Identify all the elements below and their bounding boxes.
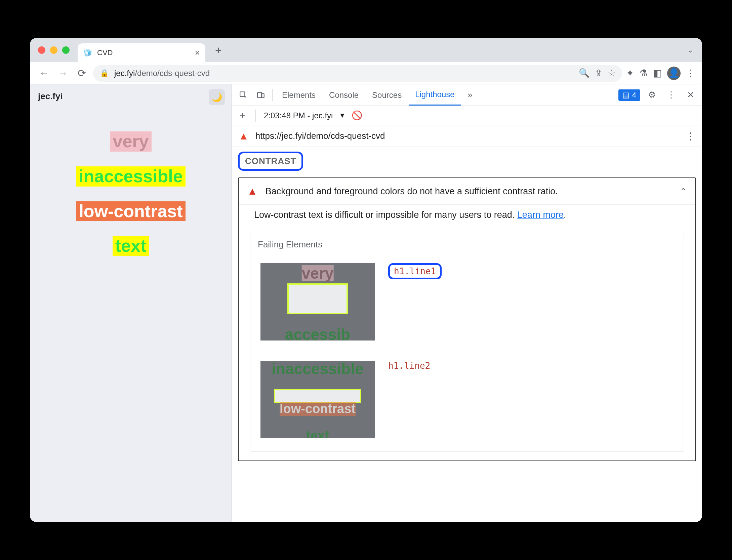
issues-badge[interactable]: ▤ 4: [618, 89, 640, 101]
devtools-panel: Elements Console Sources Lighthouse » ▤ …: [232, 84, 702, 522]
tab-sources[interactable]: Sources: [366, 84, 408, 106]
maximize-window-button[interactable]: [62, 46, 70, 54]
browser-toolbar: ← → ⟳ 🔒 jec.fyi/demo/cds-quest-cvd 🔍 ⇪ ☆…: [30, 62, 702, 84]
url-path: /demo/cds-quest-cvd: [135, 69, 210, 78]
extension-icons: ✦ ⚗ ◧ 👤 ⋮: [626, 67, 695, 80]
report-selector[interactable]: 2:03:48 PM - jec.fyi ▼: [264, 111, 345, 120]
lock-icon: 🔒: [100, 69, 109, 78]
browser-window: 🧊 CVD × + ⌄ ← → ⟳ 🔒 jec.fyi/demo/cds-que…: [30, 38, 702, 522]
favicon-icon: 🧊: [83, 48, 92, 57]
lighthouse-url: https://jec.fyi/demo/cds-quest-cvd: [255, 131, 385, 141]
element-selector: h1.line1: [388, 263, 442, 279]
failing-element-row[interactable]: inaccessible low-contrast text h1.line2: [258, 356, 676, 443]
close-tab-button[interactable]: ×: [195, 48, 200, 58]
tabs-overflow-button[interactable]: ⌄: [687, 46, 693, 54]
main-area: jec.fyi 🌙 very inaccessible low-contrast…: [30, 84, 702, 522]
lighthouse-subbar: ＋ 2:03:48 PM - jec.fyi ▼ 🚫: [232, 106, 702, 125]
device-toolbar-button[interactable]: [253, 87, 269, 103]
issues-count: 4: [632, 91, 636, 99]
audit-description: Low-contrast text is difficult or imposs…: [239, 204, 695, 230]
side-panel-icon[interactable]: ◧: [653, 68, 662, 79]
devtools-tabbar: Elements Console Sources Lighthouse » ▤ …: [232, 84, 702, 106]
element-thumbnail: very accessib: [260, 263, 375, 341]
chevron-down-icon: ▼: [339, 112, 345, 119]
demo-line-1: very: [110, 131, 152, 152]
browser-tab[interactable]: 🧊 CVD ×: [78, 43, 205, 62]
element-thumbnail: inaccessible low-contrast text: [260, 361, 375, 438]
site-name: jec.fyi: [38, 91, 63, 102]
tab-elements[interactable]: Elements: [276, 84, 322, 106]
demo-line-4: text: [113, 236, 149, 256]
address-bar[interactable]: 🔒 jec.fyi/demo/cds-quest-cvd 🔍 ⇪ ☆: [93, 65, 622, 82]
lighthouse-icon: ▲: [239, 130, 249, 142]
url-host: jec.fyi: [114, 69, 135, 78]
audit-header[interactable]: ▲ Background and foreground colors do no…: [239, 178, 695, 204]
failing-element-row[interactable]: very accessib h1.line1: [258, 258, 676, 345]
collapse-icon: ⌃: [680, 187, 687, 196]
learn-more-link[interactable]: Learn more: [517, 210, 564, 220]
warning-icon: ▲: [247, 186, 257, 197]
page-viewport: jec.fyi 🌙 very inaccessible low-contrast…: [30, 84, 232, 522]
close-window-button[interactable]: [38, 46, 45, 54]
settings-icon[interactable]: ⚙: [644, 87, 660, 103]
lighthouse-body: CONTRAST ▲ Background and foreground col…: [232, 147, 702, 522]
window-controls: [38, 46, 70, 54]
tab-lighthouse[interactable]: Lighthouse: [409, 84, 460, 106]
section-contrast-label: CONTRAST: [238, 152, 303, 171]
new-tab-button[interactable]: +: [211, 42, 226, 58]
tab-console[interactable]: Console: [323, 84, 365, 106]
inspect-element-button[interactable]: [235, 87, 251, 103]
extensions-icon[interactable]: ✦: [626, 68, 634, 79]
back-button[interactable]: ←: [37, 66, 51, 81]
audit-card: ▲ Background and foreground colors do no…: [238, 177, 696, 461]
chat-icon: ▤: [622, 91, 629, 99]
audit-title: Background and foreground colors do not …: [266, 186, 558, 197]
devtools-menu-icon[interactable]: ⋮: [663, 87, 679, 103]
more-tabs-button[interactable]: »: [462, 87, 478, 103]
lighthouse-url-row: ▲ https://jec.fyi/demo/cds-quest-cvd ⋮: [232, 125, 702, 147]
lighthouse-report-menu[interactable]: ⋮: [685, 130, 695, 142]
failing-elements-box: Failing Elements very accessib h1.line1: [250, 233, 684, 452]
demo-line-2: inaccessible: [76, 166, 185, 187]
tab-strip: 🧊 CVD × + ⌄: [30, 38, 702, 62]
omnibox-actions: 🔍 ⇪ ☆: [579, 68, 615, 78]
audit-description-text: Low-contrast text is difficult or imposs…: [254, 210, 517, 220]
close-devtools-button[interactable]: ✕: [683, 87, 699, 103]
element-selector: h1.line2: [388, 361, 430, 371]
bookmark-icon[interactable]: ☆: [608, 68, 615, 78]
report-selector-label: 2:03:48 PM - jec.fyi: [264, 111, 333, 120]
clear-reports-button[interactable]: 🚫: [352, 110, 362, 121]
demo-text-stack: very inaccessible low-contrast text: [37, 131, 225, 256]
new-report-button[interactable]: ＋: [237, 109, 247, 122]
profile-avatar[interactable]: 👤: [667, 67, 681, 80]
tab-title: CVD: [97, 48, 190, 57]
minimize-window-button[interactable]: [50, 46, 57, 54]
share-icon[interactable]: ⇪: [595, 68, 602, 78]
chrome-menu-icon[interactable]: ⋮: [686, 68, 695, 79]
demo-line-3: low-contrast: [76, 201, 185, 222]
reload-button[interactable]: ⟳: [74, 66, 89, 81]
theme-toggle-button[interactable]: 🌙: [209, 89, 225, 105]
forward-button[interactable]: →: [55, 66, 70, 81]
failing-elements-title: Failing Elements: [258, 239, 676, 250]
labs-icon[interactable]: ⚗: [639, 68, 648, 79]
search-icon[interactable]: 🔍: [579, 68, 589, 78]
